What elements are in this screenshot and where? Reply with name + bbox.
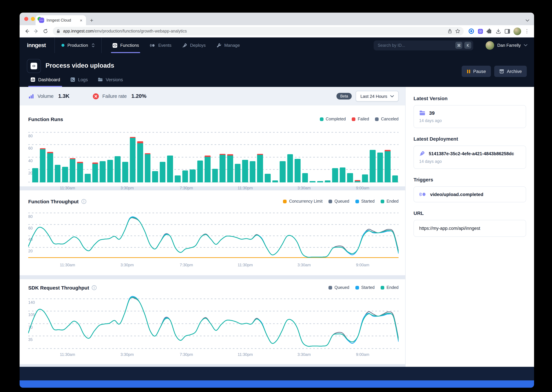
legend-label: Started	[361, 285, 375, 290]
environment-name: Production	[67, 43, 88, 48]
completed-segment	[100, 161, 105, 182]
search-input[interactable]: ⌘ K	[374, 40, 473, 50]
minimize-window-button[interactable]	[31, 17, 35, 21]
dashboard-content: Volume 1.3K Failure rate 1.20% Beta Last…	[20, 87, 405, 367]
tab-search-chevron-icon[interactable]	[525, 19, 530, 22]
side-panel-icon[interactable]	[504, 28, 510, 34]
x-axis-label: 3:30am	[298, 186, 311, 190]
completed-segment	[55, 165, 60, 182]
latest-version-value: 39	[429, 110, 435, 116]
legend-swatch	[375, 117, 379, 121]
events-icon	[150, 43, 156, 48]
failed-segment	[47, 152, 53, 153]
archive-button[interactable]: Archive	[494, 66, 527, 77]
run-bar	[190, 130, 196, 182]
completed-segment	[287, 154, 293, 182]
completed-segment	[190, 169, 196, 182]
run-bar	[62, 130, 68, 182]
volume-stat: Volume 1.3K	[28, 93, 69, 99]
purple-extension-icon[interactable]	[478, 28, 483, 34]
function-runs-card: Function Runs CompletedFailedCanceled 20…	[20, 105, 405, 186]
run-bar	[272, 130, 278, 182]
tab-logs[interactable]: Logs	[67, 77, 91, 87]
x-axis-label: 3:30am	[298, 352, 311, 357]
browser-profile-avatar[interactable]	[514, 27, 521, 35]
series-ended	[28, 217, 399, 257]
legend-item: Completed	[320, 117, 346, 121]
completed-segment	[377, 152, 383, 182]
pause-button[interactable]: Pause	[462, 66, 491, 77]
legend-label: Queued	[334, 285, 349, 290]
info-icon[interactable]	[81, 199, 86, 204]
extensions-puzzle-icon[interactable]	[487, 28, 492, 34]
failed-segment	[145, 153, 151, 154]
run-bar	[122, 130, 128, 182]
address-bar[interactable]: app.inngest.com/env/production/functions…	[53, 27, 464, 35]
completed-segment	[220, 155, 225, 182]
nav-item-events[interactable]: Events	[145, 37, 176, 53]
nav-item-functions[interactable]: Functions	[108, 37, 144, 53]
time-range-dropdown[interactable]: Last 24 Hours	[356, 91, 399, 101]
x-axis-label: 3:30am	[298, 263, 311, 267]
info-icon[interactable]	[92, 285, 97, 290]
function-runs-legend: CompletedFailedCanceled	[320, 117, 399, 121]
legend-swatch	[328, 199, 332, 203]
downloads-icon[interactable]	[495, 28, 501, 34]
run-bar	[392, 130, 398, 182]
run-bar	[250, 130, 255, 182]
completed-segment	[197, 161, 203, 182]
browser-tab[interactable]: Inngest Cloud ×	[36, 15, 86, 25]
pause-icon	[466, 69, 471, 73]
latest-deployment-value: 5141387e-35c2-4efe-a421-4843b86258dc	[429, 151, 514, 156]
page-header: Process video uploads Dashboard Logs Ver…	[20, 53, 534, 87]
completed-segment	[32, 168, 38, 182]
latest-version-time: 14 days ago	[419, 118, 520, 123]
x-axis-label: 3:30pm	[120, 263, 134, 267]
forward-icon[interactable]	[32, 27, 40, 35]
failed-segment	[355, 180, 361, 181]
legend-swatch	[355, 286, 359, 289]
completed-segment	[302, 173, 308, 182]
versions-folder-icon	[98, 77, 103, 82]
x-axis-label: 7:30pm	[180, 186, 193, 190]
tab-versions[interactable]: Versions	[94, 77, 126, 87]
completed-segment	[392, 176, 398, 182]
completed-segment	[235, 164, 240, 182]
back-icon[interactable]	[23, 27, 31, 35]
tab-dashboard[interactable]: Dashboard	[27, 77, 63, 87]
new-tab-button[interactable]: +	[90, 18, 93, 23]
nav-item-manage[interactable]: Manage	[211, 37, 244, 53]
completed-segment	[62, 167, 68, 182]
run-bar	[167, 130, 173, 182]
function-runs-chart: 20406080	[28, 130, 399, 182]
search-field[interactable]	[378, 43, 453, 48]
legend-label: Ended	[387, 285, 399, 290]
failed-segment	[77, 162, 83, 163]
legend-label: Failed	[358, 117, 369, 121]
share-icon[interactable]	[447, 28, 452, 34]
legend-swatch	[283, 199, 287, 203]
legend-item: Failed	[352, 117, 369, 121]
chevron-down-icon	[524, 44, 527, 46]
completed-segment	[70, 159, 76, 182]
dashboard-icon	[30, 77, 36, 82]
page-bottom-dark-strip	[20, 367, 534, 380]
run-bar	[332, 130, 338, 182]
x-axis-label: 11:30am	[60, 186, 75, 190]
sdk-throughput-chart: 3570105140	[28, 295, 399, 349]
onepassword-extension-icon[interactable]	[468, 28, 474, 34]
nav-item-deploys[interactable]: Deploys	[177, 37, 210, 53]
environment-switcher[interactable]: Production	[55, 37, 101, 53]
trigger-value: video/upload.completed	[430, 192, 483, 197]
legend-swatch	[328, 286, 332, 289]
close-window-button[interactable]	[24, 17, 28, 21]
bookmark-star-icon[interactable]	[455, 28, 460, 34]
completed-segment	[310, 181, 316, 182]
tab-close-icon[interactable]: ×	[79, 18, 83, 23]
inngest-logo[interactable]: inngest	[20, 37, 54, 53]
reload-icon[interactable]	[42, 27, 50, 35]
user-menu[interactable]: Dan Farrelly	[479, 41, 534, 49]
failure-x-icon	[93, 93, 99, 99]
browser-menu-icon[interactable]: ⋮	[524, 28, 530, 34]
user-name: Dan Farrelly	[497, 43, 521, 48]
